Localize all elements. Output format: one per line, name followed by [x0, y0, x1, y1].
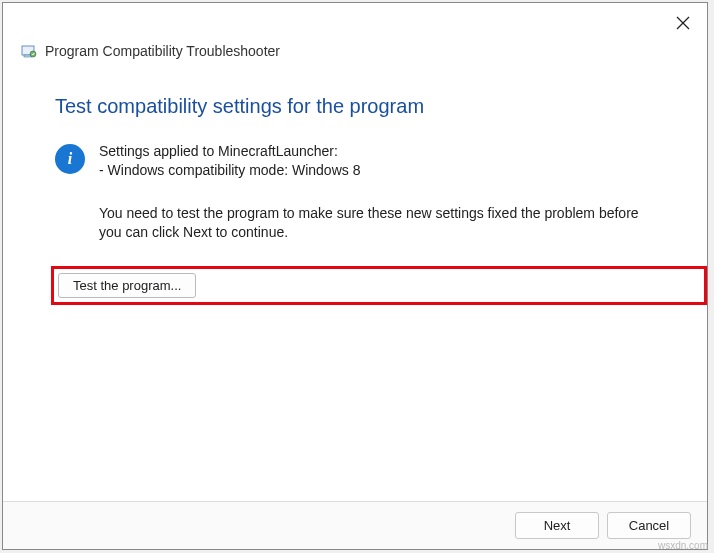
page-heading: Test compatibility settings for the prog…: [3, 59, 707, 118]
cancel-button[interactable]: Cancel: [607, 512, 691, 539]
test-button-highlight: Test the program...: [51, 266, 707, 305]
dialog-header: Program Compatibility Troubleshooter: [3, 3, 707, 59]
info-icon: i: [55, 144, 85, 174]
troubleshooter-icon: [21, 43, 37, 59]
dialog-footer: Next Cancel: [3, 501, 707, 549]
instruction-text: You need to test the program to make sur…: [3, 180, 707, 242]
compatibility-mode-line: - Windows compatibility mode: Windows 8: [99, 161, 360, 180]
troubleshooter-dialog: Program Compatibility Troubleshooter Tes…: [2, 2, 708, 550]
dialog-title: Program Compatibility Troubleshooter: [45, 43, 280, 59]
next-button[interactable]: Next: [515, 512, 599, 539]
settings-applied-line: Settings applied to MinecraftLauncher:: [99, 142, 360, 161]
close-icon: [676, 16, 690, 30]
info-text: Settings applied to MinecraftLauncher: -…: [99, 142, 360, 180]
close-button[interactable]: [673, 13, 693, 33]
info-section: i Settings applied to MinecraftLauncher:…: [3, 118, 707, 180]
test-program-button[interactable]: Test the program...: [58, 273, 196, 298]
